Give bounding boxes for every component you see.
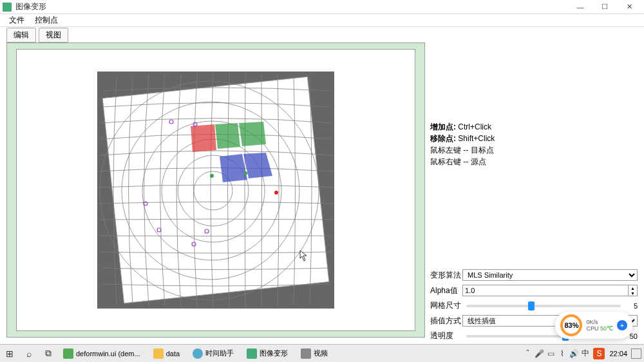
svg-marker-7	[191, 124, 216, 152]
grid-label: 网格尺寸	[430, 300, 462, 311]
taskbar-item-imagewarp[interactable]: 图像变形	[242, 346, 293, 361]
algo-label: 变形算法	[430, 270, 462, 281]
widget-plus-icon[interactable]: +	[617, 320, 627, 330]
system-tray: ˆ 🎤 ▭ ⌇ 🔊 中 S 22:04	[522, 348, 644, 359]
tray-up-icon[interactable]: ˆ	[522, 349, 533, 358]
alpha-down[interactable]: ▼	[629, 291, 637, 296]
deform-canvas[interactable]	[97, 71, 334, 309]
start-button[interactable]: ⊞	[0, 345, 19, 363]
tray-battery-icon[interactable]: ▭	[545, 349, 556, 358]
svg-point-14	[210, 174, 214, 178]
tray-ime-icon[interactable]: 中	[580, 348, 591, 359]
content-area: 增加点: Ctrl+Click 移除点: Shift+Click 鼠标左键 --…	[6, 43, 638, 343]
svg-point-16	[274, 191, 278, 195]
menubar: 文件 控制点	[0, 14, 644, 27]
deform-svg	[97, 71, 334, 309]
window-title: 图像变形	[15, 1, 568, 12]
taskbar-item-timer[interactable]: 时间助手	[187, 346, 239, 361]
cpu-label: CPU	[586, 325, 600, 332]
search-icon[interactable]: ⌕	[19, 345, 39, 363]
hint-left-label: 鼠标左键	[430, 146, 461, 155]
svg-rect-0	[102, 77, 329, 303]
taskbar-item-data[interactable]: data	[148, 346, 185, 361]
taskbar-item-deformwin[interactable]: deformwin.ui (dem...	[58, 346, 146, 361]
hint-right-label: 鼠标右键	[430, 157, 461, 166]
algo-select[interactable]: MLS Similarity	[462, 269, 638, 281]
tab-edit[interactable]: 编辑	[6, 28, 36, 43]
svg-marker-8	[215, 123, 240, 149]
cpu-gauge: 83%	[560, 314, 582, 336]
hint-add-label: 增加点:	[430, 122, 456, 131]
maximize-button[interactable]: ☐	[592, 0, 617, 14]
taskview-icon[interactable]: ⧉	[39, 345, 58, 363]
tray-sound-icon[interactable]: 🔊	[568, 349, 580, 358]
tray-sogou-icon[interactable]: S	[593, 348, 605, 359]
grid-value: 5	[625, 302, 638, 310]
net-speed: 0K/s	[586, 319, 613, 325]
hint-add-key: Ctrl+Click	[458, 122, 491, 131]
taskbar: ⊞ ⌕ ⧉ deformwin.ui (dem... data 时间助手 图像变…	[0, 344, 644, 362]
svg-point-15	[243, 171, 247, 175]
alpha-label: Alpha值	[430, 285, 462, 296]
app-icon	[3, 3, 12, 12]
sidebar: 增加点: Ctrl+Click 移除点: Shift+Click 鼠标左键 --…	[430, 43, 638, 343]
hint-left-value: -- 目标点	[463, 146, 493, 155]
opacity-label: 透明度	[430, 330, 462, 341]
cpu-temp: 50℃	[600, 325, 613, 332]
titlebar: 图像变形 — ☐ ✕	[0, 0, 644, 14]
floating-monitor-widget[interactable]: 83% 0K/s CPU 50℃ +	[555, 312, 632, 339]
hint-remove-label: 移除点:	[430, 134, 456, 143]
hint-text: 增加点: Ctrl+Click 移除点: Shift+Click 鼠标左键 --…	[430, 121, 638, 167]
tray-mic-icon[interactable]: 🎤	[533, 349, 545, 358]
tab-view[interactable]: 视图	[39, 28, 68, 43]
tray-notification-icon[interactable]	[631, 348, 641, 359]
menu-control-points[interactable]: 控制点	[30, 14, 63, 27]
tray-wifi-icon[interactable]: ⌇	[556, 349, 568, 358]
tabbar: 编辑 视图	[0, 27, 644, 43]
tray-time[interactable]: 22:04	[609, 350, 627, 357]
interp-label: 插值方式	[430, 316, 462, 327]
svg-marker-9	[239, 122, 266, 146]
menu-file[interactable]: 文件	[4, 14, 30, 27]
alpha-up[interactable]: ▲	[629, 285, 637, 291]
canvas-viewport[interactable]	[16, 49, 415, 331]
taskbar-item-video[interactable]: 视频	[296, 346, 333, 361]
hint-remove-key: Shift+Click	[458, 134, 495, 143]
hint-right-value: -- 源点	[463, 157, 486, 166]
minimize-button[interactable]: —	[568, 0, 592, 14]
canvas-panel	[6, 43, 425, 338]
alpha-input[interactable]	[462, 285, 629, 296]
grid-slider[interactable]	[466, 305, 621, 307]
close-button[interactable]: ✕	[617, 0, 641, 14]
